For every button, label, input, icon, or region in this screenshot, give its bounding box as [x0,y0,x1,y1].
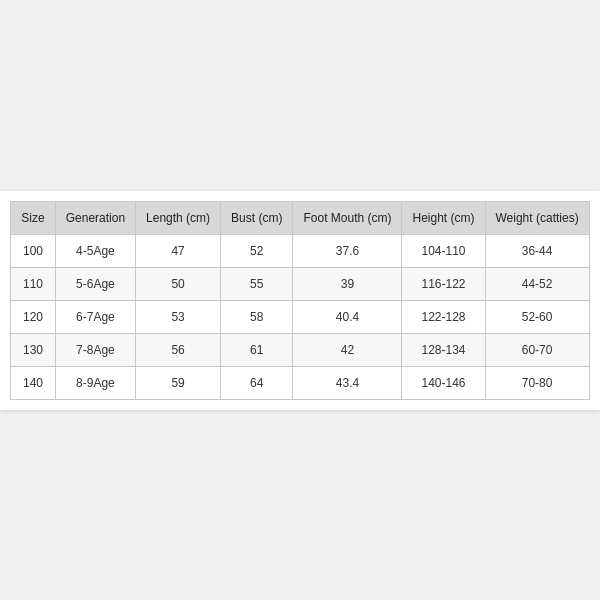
table-cell: 6-7Age [55,300,135,333]
table-header-cell: Weight (catties) [485,201,589,234]
table-cell: 60-70 [485,333,589,366]
table-cell: 59 [136,366,221,399]
table-cell: 104-110 [402,234,485,267]
table-cell: 130 [11,333,55,366]
table-header-cell: Generation [55,201,135,234]
table-cell: 140 [11,366,55,399]
table-row: 1408-9Age596443.4140-14670-80 [11,366,589,399]
table-cell: 43.4 [293,366,402,399]
table-cell: 116-122 [402,267,485,300]
table-row: 1004-5Age475237.6104-11036-44 [11,234,589,267]
table-cell: 7-8Age [55,333,135,366]
table-cell: 56 [136,333,221,366]
table-cell: 36-44 [485,234,589,267]
table-cell: 70-80 [485,366,589,399]
table-cell: 42 [293,333,402,366]
table-cell: 39 [293,267,402,300]
table-cell: 58 [221,300,293,333]
table-header-cell: Height (cm) [402,201,485,234]
table-cell: 100 [11,234,55,267]
table-cell: 120 [11,300,55,333]
table-cell: 140-146 [402,366,485,399]
table-cell: 40.4 [293,300,402,333]
table-cell: 53 [136,300,221,333]
table-header-cell: Foot Mouth (cm) [293,201,402,234]
table-cell: 122-128 [402,300,485,333]
size-chart-container: SizeGenerationLength (cm)Bust (cm)Foot M… [0,191,599,410]
table-cell: 61 [221,333,293,366]
table-cell: 110 [11,267,55,300]
size-chart-table: SizeGenerationLength (cm)Bust (cm)Foot M… [10,201,589,400]
table-cell: 128-134 [402,333,485,366]
table-cell: 8-9Age [55,366,135,399]
table-cell: 5-6Age [55,267,135,300]
table-header-row: SizeGenerationLength (cm)Bust (cm)Foot M… [11,201,589,234]
table-cell: 52-60 [485,300,589,333]
table-cell: 4-5Age [55,234,135,267]
table-cell: 37.6 [293,234,402,267]
table-cell: 50 [136,267,221,300]
table-cell: 55 [221,267,293,300]
table-row: 1206-7Age535840.4122-12852-60 [11,300,589,333]
table-cell: 44-52 [485,267,589,300]
table-row: 1307-8Age566142128-13460-70 [11,333,589,366]
table-cell: 47 [136,234,221,267]
table-cell: 64 [221,366,293,399]
table-header-cell: Length (cm) [136,201,221,234]
table-header-cell: Bust (cm) [221,201,293,234]
table-header-cell: Size [11,201,55,234]
table-row: 1105-6Age505539116-12244-52 [11,267,589,300]
table-cell: 52 [221,234,293,267]
table-body: 1004-5Age475237.6104-11036-441105-6Age50… [11,234,589,399]
